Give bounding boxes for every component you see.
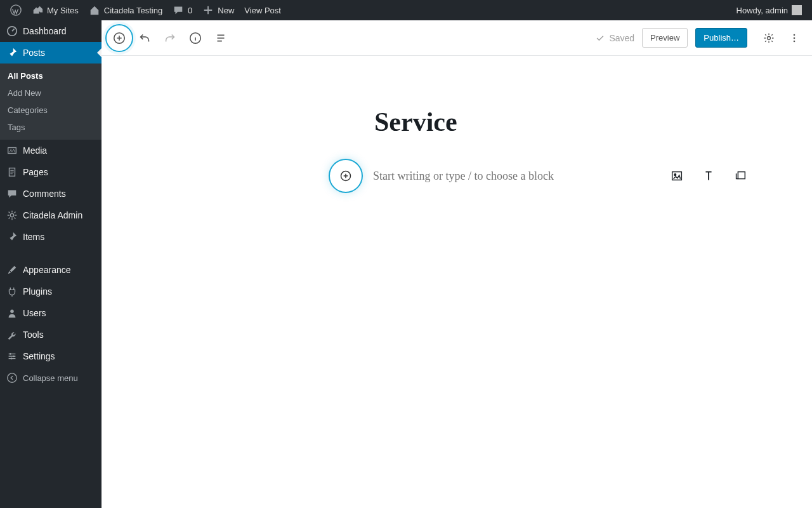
svg-point-16 <box>794 40 796 42</box>
adminbar: My Sites Citadela Testing 0 New View Pos… <box>0 0 812 20</box>
plus-circle-icon <box>339 170 352 182</box>
svg-rect-2 <box>8 148 16 154</box>
pin-icon <box>6 231 18 243</box>
new-label: New <box>218 6 234 15</box>
add-block-inline-button[interactable] <box>329 159 363 193</box>
pin-icon <box>6 47 18 58</box>
collapse-menu[interactable]: Collapse menu <box>0 367 102 389</box>
user-icon <box>6 307 18 319</box>
media-icon <box>6 145 18 156</box>
info-button[interactable] <box>184 27 207 50</box>
svg-point-0 <box>11 5 21 15</box>
sidebar-label: Posts <box>23 48 45 58</box>
sliders-icon <box>6 351 18 362</box>
redo-icon <box>163 31 177 45</box>
preview-button[interactable]: Preview <box>642 28 688 48</box>
comment-icon <box>173 4 184 16</box>
outline-button[interactable] <box>209 27 232 50</box>
view-post-link[interactable]: View Post <box>239 0 286 20</box>
sidebar-item-citadela[interactable]: Citadela Admin <box>0 204 102 226</box>
sidebar-item-media[interactable]: Media <box>0 140 102 161</box>
svg-rect-20 <box>738 172 745 179</box>
heading-block-button[interactable] <box>700 167 717 185</box>
dashboard-icon <box>6 25 18 37</box>
wrench-icon <box>6 329 18 340</box>
sidebar-item-pages[interactable]: Pages <box>0 161 102 183</box>
site-name-label: Citadela Testing <box>104 6 162 15</box>
gear-icon <box>6 210 18 221</box>
gallery-block-button[interactable] <box>731 167 749 185</box>
submenu-add-new[interactable]: Add New <box>0 84 102 102</box>
sidebar-label: Tools <box>23 330 44 340</box>
plus-circle-icon <box>112 31 126 45</box>
editor-canvas[interactable]: Service Start writing or type / to choos… <box>102 56 812 193</box>
undo-button[interactable] <box>133 27 156 50</box>
dots-icon <box>788 32 801 44</box>
info-icon <box>188 31 202 45</box>
heading-icon <box>702 169 716 183</box>
sidebar-label: Appearance <box>23 265 71 275</box>
houses-icon <box>32 4 43 16</box>
sidebar-label: Citadela Admin <box>23 210 82 220</box>
editor-toolbar: Saved Preview Publish… <box>102 20 812 56</box>
sidebar-label: Media <box>23 145 47 156</box>
sidebar-label: Settings <box>23 351 55 361</box>
sidebar-label: Plugins <box>23 286 52 297</box>
posts-submenu: All Posts Add New Categories Tags <box>0 64 102 140</box>
new-link[interactable]: New <box>197 0 239 20</box>
svg-point-9 <box>11 358 13 359</box>
block-placeholder[interactable]: Start writing or type / to choose a bloc… <box>373 170 554 183</box>
sidebar-item-settings[interactable]: Settings <box>0 345 102 367</box>
saved-indicator: Saved <box>595 33 634 43</box>
comments-link[interactable]: 0 <box>167 0 197 20</box>
empty-block-row: Start writing or type / to choose a bloc… <box>329 159 812 193</box>
view-post-label: View Post <box>244 6 281 15</box>
my-sites-link[interactable]: My Sites <box>27 0 84 20</box>
svg-point-10 <box>8 373 16 382</box>
sidebar-label: Users <box>23 308 46 318</box>
admin-sidebar: Dashboard Posts All Posts Add New Catego… <box>0 20 102 508</box>
add-block-button[interactable] <box>108 27 131 50</box>
submenu-tags[interactable]: Tags <box>0 119 102 136</box>
publish-button[interactable]: Publish… <box>695 28 747 48</box>
sidebar-item-dashboard[interactable]: Dashboard <box>0 20 102 42</box>
submenu-categories[interactable]: Categories <box>0 102 102 119</box>
gear-icon <box>763 32 775 44</box>
plug-icon <box>6 286 18 297</box>
redo-button[interactable] <box>159 27 181 50</box>
image-block-button[interactable] <box>668 167 686 185</box>
plus-icon <box>202 4 214 16</box>
submenu-all-posts[interactable]: All Posts <box>0 67 102 84</box>
howdy-label: Howdy, admin <box>737 6 788 15</box>
sidebar-item-appearance[interactable]: Appearance <box>0 259 102 281</box>
svg-point-13 <box>768 36 771 39</box>
collapse-icon <box>6 372 18 384</box>
sidebar-item-plugins[interactable]: Plugins <box>0 281 102 302</box>
sidebar-label: Comments <box>23 189 66 199</box>
svg-point-5 <box>10 213 13 217</box>
wordpress-icon <box>10 4 22 16</box>
howdy-user[interactable]: Howdy, admin <box>731 0 807 20</box>
svg-point-8 <box>13 356 15 358</box>
site-link[interactable]: Citadela Testing <box>84 0 167 20</box>
svg-point-14 <box>794 34 796 36</box>
brush-icon <box>6 264 18 276</box>
more-button[interactable] <box>783 27 806 50</box>
pages-icon <box>6 166 18 178</box>
sidebar-item-users[interactable]: Users <box>0 302 102 324</box>
svg-point-19 <box>674 174 676 176</box>
sidebar-item-items[interactable]: Items <box>0 226 102 248</box>
sidebar-label: Items <box>23 232 44 242</box>
settings-button[interactable] <box>757 27 780 50</box>
sidebar-item-comments[interactable]: Comments <box>0 183 102 204</box>
undo-icon <box>138 31 152 45</box>
collapse-label: Collapse menu <box>23 373 78 383</box>
gallery-icon <box>733 169 747 183</box>
sidebar-item-tools[interactable]: Tools <box>0 324 102 345</box>
wordpress-logo[interactable] <box>5 0 27 20</box>
comment-icon <box>6 188 18 199</box>
image-icon <box>670 169 684 183</box>
my-sites-label: My Sites <box>47 6 79 15</box>
sidebar-item-posts[interactable]: Posts <box>0 42 102 64</box>
post-title[interactable]: Service <box>374 107 812 137</box>
